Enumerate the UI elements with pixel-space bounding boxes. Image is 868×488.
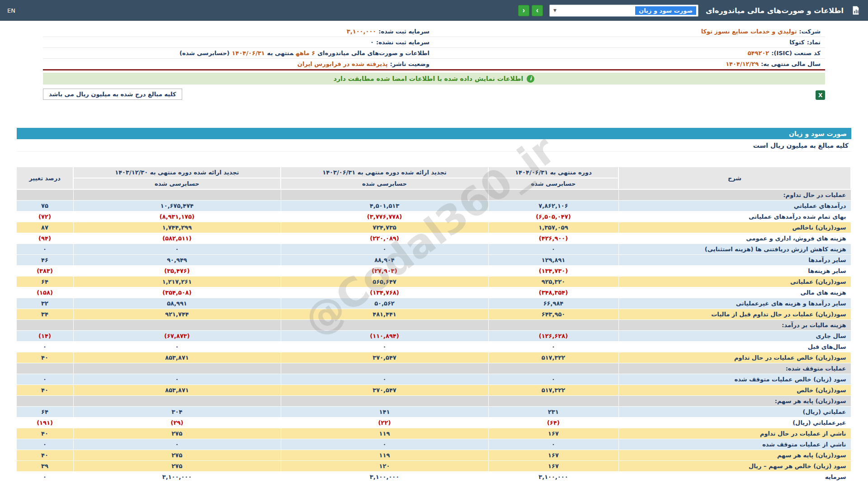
row-label: هزینه مالیات بر درآمد: (618, 319, 851, 330)
row-label: هزینه کاهش ارزش دریافتنی ها (هزینه استثن… (618, 244, 851, 254)
row-value: ۱,۳۵۷,۰۵۹ (488, 222, 618, 233)
row-value: ۱,۲۱۷,۲۶۱ (73, 276, 281, 287)
row-value: ۳,۱۰۰,۰۰۰ (281, 471, 488, 482)
row-value: ۵۸,۹۹۱ (73, 298, 281, 309)
info-field-right: شرکت:تولیدي و خدمات صنایع نسوز توکا (434, 26, 825, 37)
row-label: سود(زیان) خالص عملیات در حال تداوم (618, 352, 851, 363)
row-value: ۱۴۱ (281, 406, 488, 417)
row-value: (۳,۷۷۶,۷۷۸) (281, 211, 488, 222)
info-icon: i (527, 75, 534, 83)
row-label: سال جاری (618, 330, 851, 341)
statement-type-select[interactable]: صورت سود و زیان ▼ (549, 5, 698, 17)
signature-match-text: اطلاعات نمایش داده شده با اطلاعات امضا ش… (334, 75, 523, 82)
row-value: ۶۴ (16, 406, 73, 417)
row-value: (۱۳۴,۷۶۸) (281, 287, 488, 298)
row-value: ۰ (281, 374, 488, 385)
row-value: ۸۵۳,۸۷۱ (73, 385, 281, 395)
company-info-row: کد صنعت (ISIC):۵۴۹۲۰۲اطلاعات و صورت‌های … (43, 48, 825, 59)
statement-unit-subtitle: کلیه مبالغ به میلیون ریال است (17, 139, 851, 152)
row-value: ۱۶۷ (488, 428, 618, 439)
statement-row: عملیاتي (ریال)۲۳۱۱۴۱۳۰۴۶۴ (16, 406, 851, 417)
row-value (488, 319, 618, 330)
row-value: ۳۷۰,۵۴۷ (281, 385, 488, 395)
col-header-period-restated-year: تجدید ارائه شده دوره منتهی به ۱۴۰۳/۱۲/۳۰ (73, 167, 281, 178)
row-label: عملیاتي (ریال) (618, 406, 851, 417)
language-toggle-en[interactable]: EN (7, 7, 15, 14)
row-value: ۰ (488, 244, 618, 254)
row-value: ۹۲۵,۳۲۰ (488, 276, 618, 287)
row-value: ۴۰ (16, 428, 73, 439)
row-value (281, 319, 488, 330)
chevron-down-icon: ▼ (552, 8, 558, 13)
unit-note-box: کلیه مبالغ درج شده به میلیون ریال می باش… (43, 89, 182, 100)
statement-row: هزینه کاهش ارزش دریافتنی ها (هزینه استثن… (16, 244, 851, 254)
row-label: سرمایه (618, 471, 851, 482)
row-label: هزینه های مالی (618, 287, 851, 298)
excel-export-icon[interactable]: X (816, 90, 825, 100)
row-value (73, 189, 281, 200)
row-value: (۱۲۶,۶۲۸) (488, 330, 618, 341)
statement-section-row: سود(زیان) پایه هر سهم: (16, 395, 851, 406)
row-value: ۰ (16, 244, 73, 254)
row-value: ۲۳۱ (488, 406, 618, 417)
row-value (281, 189, 488, 200)
info-field-right: کد صنعت (ISIC):۵۴۹۲۰۲ (434, 48, 825, 58)
statement-section-row: عملیات متوقف شده: (16, 363, 851, 374)
note-row: X کلیه مبالغ درج شده به میلیون ریال می ب… (43, 89, 825, 100)
row-value: (۹۴) (16, 233, 73, 244)
row-label: سود(زیان) عملیات در حال تداوم قبل از مال… (618, 309, 851, 319)
row-value: ۱,۷۴۴,۲۹۹ (73, 222, 281, 233)
row-value: ۰ (16, 471, 73, 482)
statement-row: سود (زیان) خالص هر سهم – ریال۱۶۷۱۲۰۲۷۵۳۹ (16, 460, 851, 471)
row-label: سایر هزینه‌ها (618, 265, 851, 276)
row-label: سایر درآمدها (618, 254, 851, 265)
row-label: سود(زیان) عملیاتی (618, 276, 851, 287)
statement-row: سال‌های قبل۰۰۰۰ (16, 341, 851, 352)
page-title: اطلاعات و صورت‌های مالی میاندوره‌ای (706, 6, 844, 15)
row-value: (۲۲) (281, 417, 488, 428)
row-value: (۲۷,۹۰۳) (281, 265, 488, 276)
row-value: ۴۰ (16, 385, 73, 395)
row-label: سود (زیان) خالص عملیات متوقف شده (618, 374, 851, 385)
row-value: ۰ (73, 244, 281, 254)
row-value: ۰ (73, 341, 281, 352)
statement-row: سود(زیان) خالص۵۱۷,۳۲۲۳۷۰,۵۴۷۸۵۳,۸۷۱۴۰ (16, 385, 851, 395)
statement-row: سود(زیان) عملیات در حال تداوم قبل از مال… (16, 309, 851, 319)
info-field-left: اطلاعات و صورت‌های مالی میاندوره‌ای۶ ماه… (43, 48, 434, 58)
col-header-change-percent: درصد تغییر (16, 167, 73, 189)
row-value: ۳۰۴ (73, 406, 281, 417)
statement-title-bar: صورت سود و زیان (17, 128, 851, 139)
row-value: (۵۸۲,۵۱۱) (73, 233, 281, 244)
row-label: ناشي از عملیات در حال تداوم (618, 428, 851, 439)
row-value: (۴۲۶,۹۰۰) (488, 233, 618, 244)
row-value: (۶,۵۰۵,۰۴۷) (488, 211, 618, 222)
company-info-row: سال مالی منتهی به:۱۴۰۴/۱۲/۲۹وضعیت ناشر:پ… (43, 59, 825, 69)
nav-next-button[interactable]: › (532, 5, 543, 16)
statement-row: سایر هزینه‌ها(۱۳۴,۷۳۰)(۲۷,۹۰۳)(۳۵,۴۷۶)(۳… (16, 265, 851, 276)
row-value: ۱۶۷ (488, 460, 618, 471)
statement-row: سود (زیان) خالص عملیات متوقف شده۰۰۰۰ (16, 374, 851, 385)
row-value: ۵۶۵,۶۴۷ (281, 276, 488, 287)
row-value: ۵۰,۵۶۲ (281, 298, 488, 309)
row-value: ۰ (281, 341, 488, 352)
statement-row: سود(زیان) خالص عملیات در حال تداوم۵۱۷,۳۲… (16, 352, 851, 363)
row-value: ۱۰,۶۷۵,۴۷۴ (73, 200, 281, 211)
row-label: سود(زیان) پایه هر سهم: (618, 395, 851, 406)
nav-prev-button[interactable]: ‹ (518, 5, 529, 16)
row-label: سود (زیان) خالص هر سهم – ریال (618, 460, 851, 471)
col-header-period-current: دوره منتهی به ۱۴۰۴/۰۶/۳۱ (488, 167, 618, 178)
row-label: هزینه های فروش، اداری و عمومی (618, 233, 851, 244)
row-value: (۱۹۱) (16, 417, 73, 428)
row-value: ۴۸۱,۴۴۱ (281, 309, 488, 319)
row-value: ۱۲۰ (281, 460, 488, 471)
statement-row: سال جاری(۱۲۶,۶۲۸)(۱۱۰,۸۹۴)(۶۷,۸۷۳)(۱۴) (16, 330, 851, 341)
row-value: ۶۴ (16, 276, 73, 287)
row-value: ۳۹ (16, 460, 73, 471)
col-subheader-audited: حسابرسی شده (488, 178, 618, 189)
row-value: ۵۱۷,۳۲۲ (488, 352, 618, 363)
row-value: ۱۱۹ (281, 450, 488, 460)
row-label: عملیات متوقف شده: (618, 363, 851, 374)
row-value: (۲۲۰,۰۸۹) (281, 233, 488, 244)
statement-row: سود(زیان) عملیاتی۹۲۵,۳۲۰۵۶۵,۶۴۷۱,۲۱۷,۲۶۱… (16, 276, 851, 287)
row-value: ۸۸,۹۰۴ (281, 254, 488, 265)
